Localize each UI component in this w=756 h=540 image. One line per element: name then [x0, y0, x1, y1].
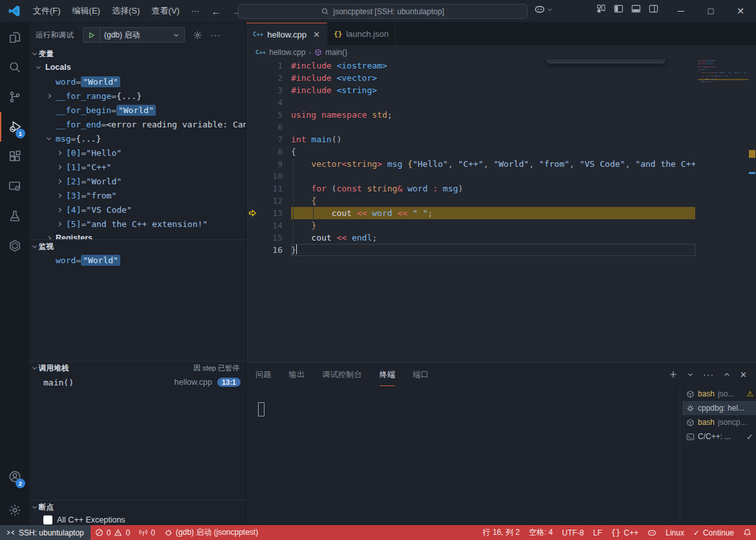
sidebar-item-testing[interactable]	[0, 201, 29, 231]
sidebar-item-cmake[interactable]	[0, 231, 29, 261]
panel-tab-2[interactable]: 调试控制台	[322, 363, 362, 386]
code-line-6[interactable]: 6	[246, 121, 695, 133]
sidebar-item-search[interactable]	[0, 52, 29, 82]
copilot-status[interactable]	[643, 525, 661, 540]
debug-continue-button[interactable]	[556, 59, 573, 62]
menu-more[interactable]: ···	[186, 3, 206, 19]
variable-row[interactable]: word = "World"	[29, 74, 246, 89]
toggle-secondary-sidebar-icon[interactable]	[649, 4, 658, 14]
code-lines[interactable]: 1#include <iostream>2#include <vector>3#…	[246, 59, 695, 256]
sidebar-item-source-control[interactable]	[0, 82, 29, 112]
debug-step-into-button[interactable]	[590, 59, 607, 62]
gutter[interactable]: 3	[246, 84, 291, 96]
launch-config-dropdown[interactable]: (gdb) 启动	[83, 27, 185, 43]
remote-indicator[interactable]: SSH: ubuntulaptop	[0, 525, 91, 540]
debug-step-out-button[interactable]	[607, 59, 623, 62]
menu-item-2[interactable]: 选择(S)	[106, 6, 146, 16]
terminal-list-item-3[interactable]: C/C++: ...✓	[682, 429, 756, 444]
gutter[interactable]: 13	[246, 207, 291, 219]
chevron-icon[interactable]	[57, 193, 61, 197]
panel-tab-3[interactable]: 终端	[380, 363, 396, 386]
variable-row[interactable]: Locals	[29, 60, 246, 74]
panel-tab-1[interactable]: 输出	[289, 363, 305, 386]
chevron-icon[interactable]	[57, 178, 61, 183]
close-panel-icon[interactable]: ✕	[740, 370, 747, 380]
variable-row[interactable]: [3] = "from"	[29, 188, 246, 202]
menu-item-1[interactable]: 编辑(E)	[67, 6, 106, 16]
toggle-sidebar-icon[interactable]	[614, 4, 623, 14]
gutter[interactable]: 9	[246, 158, 291, 170]
code-line-12[interactable]: 12 {	[246, 195, 695, 207]
gutter[interactable]: 1	[246, 59, 291, 72]
variable-row[interactable]: __for_begin = "World"	[29, 103, 246, 117]
tab-launch-json[interactable]: {} launch.json	[327, 23, 396, 45]
breakpoints-section-header[interactable]: 断点	[29, 501, 246, 513]
chevron-icon[interactable]	[47, 93, 51, 98]
gutter[interactable]: 15	[246, 232, 291, 244]
gutter[interactable]: 14	[246, 219, 291, 232]
panel-tab-0[interactable]: 问题	[255, 363, 272, 386]
variable-row[interactable]: [4] = "VS Code"	[29, 202, 246, 217]
indentation-indicator[interactable]: 空格: 4	[524, 525, 557, 540]
code-line-5[interactable]: 5using namespace std;	[246, 109, 695, 121]
sidebar-item-explorer[interactable]	[0, 23, 29, 52]
os-indicator[interactable]: Linux	[661, 525, 689, 540]
gutter[interactable]: 12	[246, 195, 291, 207]
sidebar-item-remote-explorer[interactable]	[0, 171, 29, 201]
close-tab-icon[interactable]: ✕	[313, 30, 320, 39]
variable-row[interactable]: Registers	[29, 231, 246, 239]
terminal-list-item-1[interactable]: cppdbg: hel...	[682, 401, 756, 415]
gutter[interactable]: 4	[246, 96, 291, 109]
window-minimize-button[interactable]: ─	[666, 0, 696, 22]
problems-indicator[interactable]: 0 0	[91, 525, 135, 540]
copilot-menu[interactable]	[534, 4, 553, 15]
code-line-15[interactable]: 15 cout << endl;	[246, 232, 695, 244]
tab-hellow-cpp[interactable]: C++ hellow.cpp ✕	[246, 23, 327, 45]
terminal-list-item-0[interactable]: bashjso...⚠	[682, 387, 756, 401]
code-line-16[interactable]: 16}	[246, 244, 695, 256]
code-line-3[interactable]: 3#include <string>	[246, 84, 695, 96]
chevron-icon[interactable]	[57, 221, 61, 226]
code-line-10[interactable]: 10	[246, 170, 695, 182]
variable-row[interactable]: [2] = "World"	[29, 174, 246, 188]
code-line-13[interactable]: 13 cout << word << " ";	[246, 207, 695, 219]
breakpoint-checkbox[interactable]	[43, 515, 52, 524]
customize-layout-icon[interactable]	[596, 4, 606, 14]
stack-frame-row[interactable]: main() hellow.cpp 13:1	[29, 374, 246, 390]
chevron-icon[interactable]	[36, 64, 41, 69]
variable-row[interactable]: [0] = "Hello"	[29, 146, 246, 160]
command-center-search[interactable]: jsoncpptest [SSH: ubuntulaptop]	[238, 4, 528, 19]
breadcrumb-file[interactable]: hellow.cpp	[269, 48, 305, 57]
variable-row[interactable]: word = "World"	[29, 253, 246, 267]
code-line-4[interactable]: 4	[246, 96, 695, 109]
gutter[interactable]: 16	[246, 244, 291, 256]
gutter[interactable]: 2	[246, 72, 291, 84]
maximize-panel-icon[interactable]	[723, 371, 731, 378]
gutter[interactable]: 10	[246, 170, 291, 182]
start-debug-button[interactable]	[83, 28, 100, 42]
chevron-icon[interactable]	[57, 207, 61, 211]
code-line-9[interactable]: 9 vector<string> msg {"Hello", "C++", "W…	[246, 158, 695, 170]
window-maximize-button[interactable]: □	[696, 0, 726, 22]
menu-item-0[interactable]: 文件(F)	[27, 6, 67, 16]
sidebar-item-extensions[interactable]	[0, 142, 29, 171]
chevron-icon[interactable]	[47, 135, 51, 140]
cursor-position[interactable]: 行 16, 列 2	[478, 525, 524, 540]
watch-section-header[interactable]: 监视	[29, 240, 246, 253]
gutter[interactable]: 7	[246, 133, 291, 146]
code-line-14[interactable]: 14 }	[246, 219, 695, 232]
window-close-button[interactable]: ✕	[726, 0, 755, 22]
debug-step-over-button[interactable]	[573, 59, 590, 62]
code-line-7[interactable]: 7int main()	[246, 133, 695, 146]
menu-item-3[interactable]: 查看(V)	[146, 6, 185, 16]
code-line-11[interactable]: 11 for (const string& word : msg)	[246, 182, 695, 195]
panel-tab-4[interactable]: 端口	[413, 363, 429, 386]
sidebar-item-settings[interactable]	[0, 495, 29, 525]
breakpoint-row[interactable]: All C++ Exceptions	[29, 513, 246, 525]
minimap[interactable]: #include <iostream>#include <vector>#inc…	[698, 60, 748, 362]
debug-session-indicator[interactable]: (gdb) 启动 (jsoncpptest)	[160, 525, 263, 540]
gear-icon[interactable]	[193, 30, 202, 40]
code-line-8[interactable]: 8{	[246, 146, 695, 158]
terminal-dropdown-icon[interactable]	[687, 371, 694, 378]
terminal-list-item-2[interactable]: bashjsoncp...	[682, 415, 756, 429]
